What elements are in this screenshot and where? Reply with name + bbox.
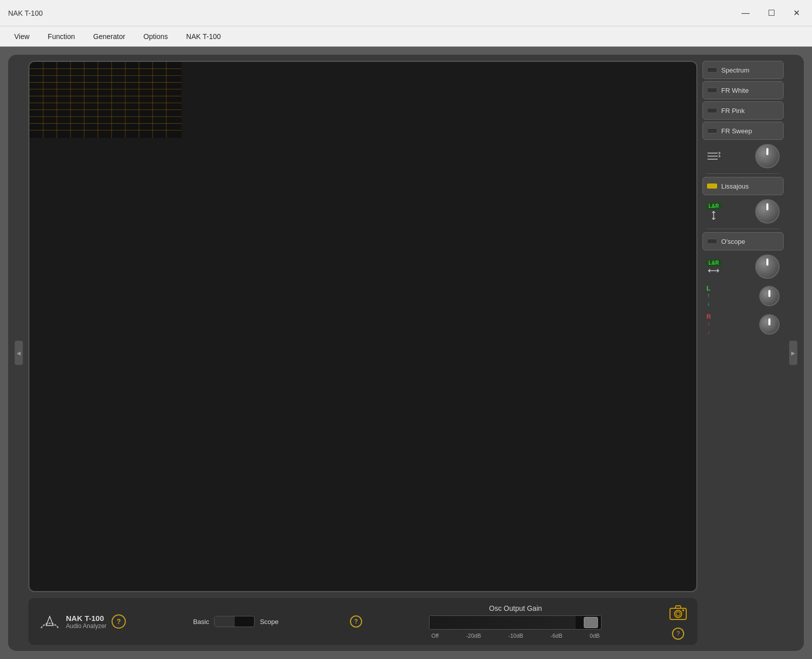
oscope-label: O'scope	[721, 238, 745, 245]
fr-sweep-label: FR Sweep	[721, 127, 752, 135]
spectrum-button[interactable]: Spectrum	[702, 61, 784, 79]
window-title: NAK T-100	[8, 9, 737, 17]
menu-generator[interactable]: Generator	[85, 30, 133, 43]
bottom-help-icon[interactable]: ?	[672, 628, 684, 640]
mode-slider[interactable]	[214, 616, 255, 627]
lissajous-button[interactable]: Lissajous	[702, 177, 784, 195]
fr-white-label: FR White	[721, 87, 749, 94]
brand-help-icon[interactable]: ?	[112, 614, 126, 629]
fr-pink-button[interactable]: FR Pink	[702, 101, 784, 120]
knob3[interactable]	[755, 254, 780, 279]
camera-button[interactable]	[669, 603, 687, 624]
left-handle: ◀	[14, 61, 23, 645]
title-bar: NAK T-100 — ☐ ✕	[0, 0, 812, 26]
lr-arrow-icon	[709, 210, 719, 221]
right-handle-button[interactable]: ▶	[789, 341, 797, 365]
camera-section: ?	[669, 603, 687, 640]
brand-name: NAK T-100	[66, 614, 107, 623]
l-channel-label: L	[707, 285, 710, 292]
divider2	[707, 229, 780, 229]
oscope-indicator	[707, 239, 717, 244]
lr-horiz-section: L&R	[707, 260, 721, 274]
lr-horiz-icon	[708, 267, 720, 274]
right-handle: ▶	[789, 61, 798, 645]
knob4-r[interactable]	[759, 314, 780, 335]
brand-subtitle: Audio Analyzer	[66, 623, 107, 630]
menu-view[interactable]: View	[6, 30, 38, 43]
lissajous-indicator	[707, 184, 717, 189]
lr-knob-row: L&R	[702, 197, 784, 226]
bottom-control-bar: NAK T-100 Audio Analyzer ? Basic Scope ?	[28, 598, 697, 645]
gain-label: Osc Output Gain	[489, 604, 542, 612]
close-button[interactable]: ✕	[789, 6, 804, 20]
mode-slider-fill	[215, 616, 235, 627]
menu-options[interactable]: Options	[135, 30, 176, 43]
menu-bar: View Function Generator Options NAK T-10…	[0, 26, 812, 47]
brand-section: NAK T-100 Audio Analyzer ?	[39, 610, 126, 633]
svg-rect-0	[29, 62, 182, 138]
lr-label-section: L&R	[707, 203, 721, 221]
display-section: NAK T-100 Audio Analyzer ? Basic Scope ?	[28, 61, 697, 645]
inner-panel: ◀	[8, 55, 804, 651]
gain-tick-6: -6dB	[551, 633, 562, 639]
gain-section: Osc Output Gain Off -20dB -10dB -6dB 0dB	[429, 604, 602, 639]
svg-point-40	[682, 609, 684, 611]
l-arrows: ↑ ↓	[707, 292, 710, 307]
window-controls: — ☐ ✕	[737, 6, 804, 20]
lr-badge: L&R	[707, 203, 721, 209]
gain-bar-fill	[430, 616, 575, 629]
mode-selector: Basic Scope	[193, 616, 279, 627]
knob2[interactable]	[755, 199, 780, 224]
knob4-l[interactable]	[759, 286, 780, 306]
grid-svg	[29, 62, 182, 138]
minimize-button[interactable]: —	[737, 7, 754, 20]
scope-display	[28, 61, 697, 592]
knob1-section	[707, 151, 721, 162]
fr-pink-indicator	[707, 108, 717, 113]
knob1[interactable]	[755, 144, 780, 168]
right-panel: Spectrum FR White FR Pink FR Sweep	[702, 61, 784, 645]
r-channel-label: R	[707, 313, 711, 320]
svg-point-39	[676, 612, 680, 616]
l-knob-row: L ↑ ↓	[702, 283, 784, 309]
r-channel-section: R ↑ ↓	[707, 313, 711, 336]
r-arrow-up: ↑	[707, 320, 710, 327]
brand-info: NAK T-100 Audio Analyzer	[66, 614, 107, 630]
gain-tick-off: Off	[431, 633, 438, 639]
oscope-button[interactable]: O'scope	[702, 232, 784, 250]
lr-horiz-knob-row: L&R	[702, 252, 784, 281]
fr-sweep-indicator	[707, 128, 717, 133]
r-arrow-dn: ↓	[707, 328, 710, 336]
lissajous-label: Lissajous	[721, 182, 749, 190]
knob1-icon	[707, 151, 721, 162]
gain-bar[interactable]	[429, 615, 602, 630]
brand-logo	[39, 610, 61, 633]
fr-white-button[interactable]: FR White	[702, 81, 784, 99]
divider1	[707, 173, 780, 174]
left-handle-button[interactable]: ◀	[15, 341, 23, 365]
gain-ticks: Off -20dB -10dB -6dB 0dB	[429, 633, 602, 639]
l-channel-section: L ↑ ↓	[707, 285, 710, 307]
gain-tick-0: 0dB	[590, 633, 600, 639]
lr-horiz-badge: L&R	[707, 260, 721, 266]
app-body: ◀	[0, 47, 812, 659]
fr-pink-label: FR Pink	[721, 107, 745, 115]
spectrum-knob-row	[702, 142, 784, 170]
spectrum-indicator	[707, 67, 717, 72]
fr-sweep-button[interactable]: FR Sweep	[702, 122, 784, 140]
mode-help-icon[interactable]: ?	[350, 615, 362, 628]
menu-nak[interactable]: NAK T-100	[178, 30, 229, 43]
r-knob-row: R ↑ ↓	[702, 311, 784, 338]
l-arrow-dn: ↓	[707, 300, 710, 307]
r-arrows: ↑ ↓	[707, 320, 710, 336]
fr-white-indicator	[707, 88, 717, 93]
mode-label-basic: Basic	[193, 618, 209, 626]
maximize-button[interactable]: ☐	[764, 6, 779, 20]
mode-label-scope: Scope	[260, 618, 278, 626]
menu-function[interactable]: Function	[40, 30, 83, 43]
gain-tick-10: -10dB	[508, 633, 523, 639]
svg-point-38	[675, 610, 682, 617]
gain-slider-thumb[interactable]	[584, 617, 598, 628]
spectrum-label: Spectrum	[721, 66, 750, 74]
gain-tick-20: -20dB	[466, 633, 481, 639]
